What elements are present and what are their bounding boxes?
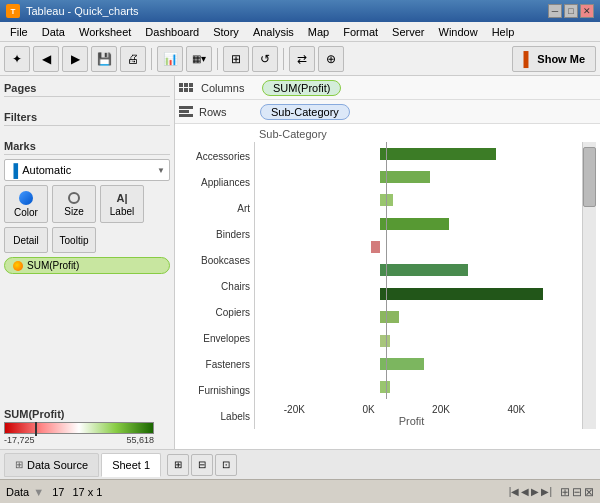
view-grid-button[interactable]: ⊞	[560, 485, 570, 499]
nav-next-button[interactable]: ▶	[531, 486, 539, 497]
add-dashboard-button[interactable]: ⊟	[191, 454, 213, 476]
menu-story[interactable]: Story	[207, 25, 245, 39]
scrollbar-thumb[interactable]	[583, 147, 596, 207]
marks-type-dropdown[interactable]: ▐ Automatic ▼	[4, 159, 170, 181]
chart-bars-area: -20K 0K 20K 40K Profit	[254, 142, 582, 429]
x-label-neg20k: -20K	[284, 404, 305, 415]
menu-worksheet[interactable]: Worksheet	[73, 25, 137, 39]
bar-envelopes[interactable]	[255, 310, 568, 324]
x-axis-labels: -20K 0K 20K 40K	[255, 404, 554, 415]
detail-label: Detail	[13, 235, 39, 246]
add-story-button[interactable]: ⊡	[215, 454, 237, 476]
filter-button[interactable]: ⊞	[223, 46, 249, 72]
bar-binders[interactable]	[255, 217, 568, 231]
menu-map[interactable]: Map	[302, 25, 335, 39]
show-me-button[interactable]: ▌ Show Me	[512, 46, 596, 72]
bars-container	[255, 142, 568, 399]
app-icon: T	[6, 4, 20, 18]
toolbar: ✦ ◀ ▶ 💾 🖨 📊 ▦▾ ⊞ ↺ ⇄ ⊕ ▌ Show Me	[0, 42, 600, 76]
y-label-3: Binders	[179, 229, 250, 240]
separator-1	[151, 48, 152, 70]
y-label-2: Art	[179, 203, 250, 214]
bar-bookcases[interactable]	[255, 240, 568, 254]
save-button[interactable]: 💾	[91, 46, 117, 72]
status-count2: 17 x 1	[72, 486, 102, 498]
chart-type-button[interactable]: ▦▾	[186, 46, 212, 72]
bar-art[interactable]	[255, 193, 568, 207]
status-left: Data ▼	[6, 486, 44, 498]
menu-help[interactable]: Help	[486, 25, 521, 39]
data-source-label: Data Source	[27, 459, 88, 471]
menu-window[interactable]: Window	[433, 25, 484, 39]
view-fit-button[interactable]: ⊠	[584, 485, 594, 499]
bar-accessories[interactable]	[255, 147, 568, 161]
nav-first-button[interactable]: |◀	[509, 486, 520, 497]
bar-fasteners[interactable]	[255, 334, 568, 348]
menu-data[interactable]: Data	[36, 25, 71, 39]
bar-copiers[interactable]	[255, 287, 568, 301]
dropdown-arrow-icon: ▼	[157, 166, 165, 175]
chart-scrollbar[interactable]	[582, 142, 596, 429]
bar-chairs[interactable]	[255, 263, 568, 277]
tooltip-button[interactable]: Tooltip	[52, 227, 96, 253]
color-button[interactable]: Color	[4, 185, 48, 223]
rows-pill[interactable]: Sub-Category	[260, 104, 350, 120]
gradient-section: SUM(Profit) -17,725 55,618	[4, 402, 170, 445]
y-label-5: Chairs	[179, 281, 250, 292]
menu-file[interactable]: File	[4, 25, 34, 39]
new-button[interactable]: ✦	[4, 46, 30, 72]
swap-button[interactable]: ⇄	[289, 46, 315, 72]
sheet1-tab[interactable]: Sheet 1	[101, 453, 161, 477]
maximize-button[interactable]: □	[564, 4, 578, 18]
y-label-6: Copiers	[179, 307, 250, 318]
menu-bar: File Data Worksheet Dashboard Story Anal…	[0, 22, 600, 42]
bar-furnishings[interactable]	[255, 357, 568, 371]
columns-pill[interactable]: SUM(Profit)	[262, 80, 341, 96]
gradient-labels: -17,725 55,618	[4, 435, 154, 445]
chart-bar-button[interactable]: 📊	[157, 46, 183, 72]
rows-label: Rows	[199, 106, 254, 118]
menu-server[interactable]: Server	[386, 25, 430, 39]
minimize-button[interactable]: ─	[548, 4, 562, 18]
gradient-marker-low	[35, 422, 37, 436]
detail-tooltip-row: Detail Tooltip	[4, 227, 170, 253]
y-label-1: Appliances	[179, 177, 250, 188]
menu-dashboard[interactable]: Dashboard	[139, 25, 205, 39]
size-button[interactable]: Size	[52, 185, 96, 223]
nav-last-button[interactable]: ▶|	[541, 486, 552, 497]
pages-label: Pages	[4, 80, 170, 97]
status-bar: Data ▼ 17 17 x 1 |◀ ◀ ▶ ▶| ⊞ ⊟ ⊠	[0, 479, 600, 503]
close-button[interactable]: ✕	[580, 4, 594, 18]
filters-label: Filters	[4, 109, 170, 126]
menu-format[interactable]: Format	[337, 25, 384, 39]
marks-section: Marks ▐ Automatic ▼ Color Size A| Label	[4, 138, 170, 274]
menu-analysis[interactable]: Analysis	[247, 25, 300, 39]
right-area: Columns SUM(Profit) Rows Sub-Category Su…	[175, 76, 600, 449]
group-button[interactable]: ⊕	[318, 46, 344, 72]
view-list-button[interactable]: ⊟	[572, 485, 582, 499]
gradient-bar[interactable]	[4, 422, 154, 434]
back-button[interactable]: ◀	[33, 46, 59, 72]
scrollbar-track	[583, 142, 596, 429]
label-button[interactable]: A| Label	[100, 185, 144, 223]
status-nav: |◀ ◀ ▶ ▶|	[509, 486, 552, 497]
tab-add-buttons: ⊞ ⊟ ⊡	[167, 454, 237, 476]
filters-section: Filters	[4, 109, 170, 130]
bar-appliances[interactable]	[255, 170, 568, 184]
bar-labels[interactable]	[255, 380, 568, 394]
color-icon	[19, 191, 33, 205]
main-layout: Pages Filters Marks ▐ Automatic ▼ Color …	[0, 76, 600, 449]
nav-prev-button[interactable]: ◀	[521, 486, 529, 497]
add-worksheet-button[interactable]: ⊞	[167, 454, 189, 476]
sum-profit-pill[interactable]: SUM(Profit)	[4, 257, 170, 274]
columns-shelf: Columns SUM(Profit)	[175, 76, 600, 100]
window-controls[interactable]: ─ □ ✕	[548, 4, 594, 18]
label-icon: A|	[116, 192, 127, 204]
rows-shelf-icon	[179, 106, 193, 117]
detail-button[interactable]: Detail	[4, 227, 48, 253]
data-source-tab[interactable]: ⊞ Data Source	[4, 453, 99, 477]
title-bar: T Tableau - Quick_charts ─ □ ✕	[0, 0, 600, 22]
forward-button[interactable]: ▶	[62, 46, 88, 72]
refresh-button[interactable]: ↺	[252, 46, 278, 72]
print-button[interactable]: 🖨	[120, 46, 146, 72]
